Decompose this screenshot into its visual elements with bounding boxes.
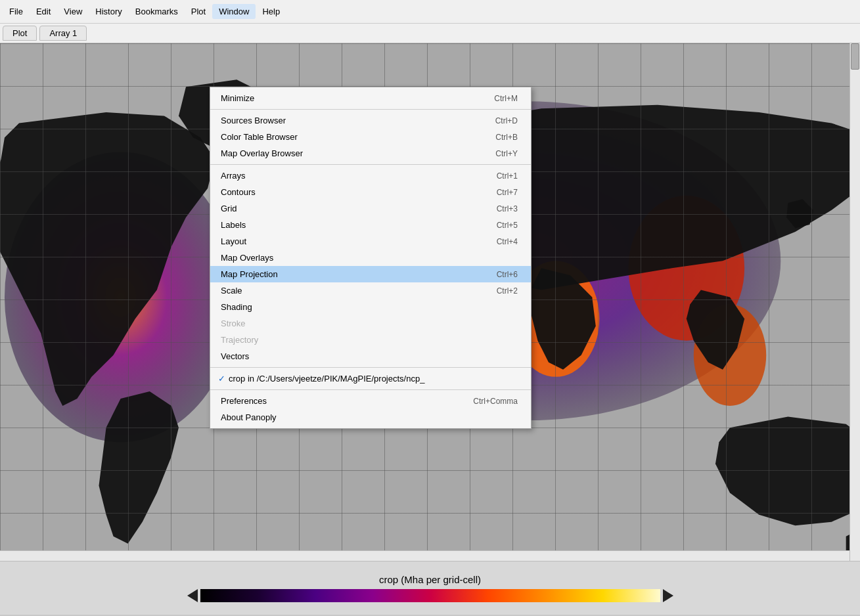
menu-item-shading[interactable]: Shading [210, 299, 531, 315]
tabbar: Plot Array 1 [0, 24, 860, 43]
menu-history[interactable]: History [89, 4, 128, 19]
separator-2 [210, 164, 531, 165]
menu-item-stroke: Stroke [210, 315, 531, 332]
menu-item-sources-browser[interactable]: Sources Browser Ctrl+D [210, 112, 531, 129]
menu-item-labels[interactable]: Labels Ctrl+5 [210, 217, 531, 233]
menu-view[interactable]: View [57, 4, 89, 19]
scrollbar-right[interactable] [849, 43, 860, 561]
menu-edit[interactable]: Edit [30, 4, 57, 19]
legend-arrow-left [187, 589, 198, 602]
legend-arrow-right [663, 589, 673, 602]
menu-item-contours[interactable]: Contours Ctrl+7 [210, 184, 531, 200]
scrollbar-thumb-right[interactable] [851, 43, 859, 70]
menu-bookmarks[interactable]: Bookmarks [129, 4, 185, 19]
separator-3 [210, 367, 531, 368]
menubar: File Edit View History Bookmarks Plot Wi… [0, 0, 860, 24]
menu-item-scale[interactable]: Scale Ctrl+2 [210, 282, 531, 299]
menu-item-map-overlay-browser[interactable]: Map Overlay Browser Ctrl+Y [210, 145, 531, 162]
menu-help[interactable]: Help [256, 4, 286, 19]
menu-item-layout[interactable]: Layout Ctrl+4 [210, 233, 531, 250]
menu-item-about-panoply[interactable]: About Panoply [210, 409, 531, 426]
menu-item-map-projection[interactable]: Map Projection Ctrl+6 [210, 266, 531, 282]
legend-gradient-row [187, 589, 673, 602]
menu-plot[interactable]: Plot [185, 4, 212, 19]
menu-item-minimize[interactable]: Minimize Ctrl+M [210, 90, 531, 106]
menu-item-grid[interactable]: Grid Ctrl+3 [210, 200, 531, 217]
menu-item-crop-file[interactable]: ✓ crop in /C:/Users/vjeetze/PIK/MAgPIE/p… [210, 370, 531, 387]
menu-item-preferences[interactable]: Preferences Ctrl+Comma [210, 393, 531, 409]
menu-file[interactable]: File [3, 4, 30, 19]
tab-plot[interactable]: Plot [3, 26, 37, 41]
main-area: crop (Mha per grid-cell) Minimize Ctrl+M [0, 43, 860, 615]
menu-item-map-overlays[interactable]: Map Overlays [210, 250, 531, 266]
separator-4 [210, 389, 531, 390]
legend-gradient [200, 589, 660, 602]
separator-1 [210, 109, 531, 110]
menu-window[interactable]: Window [212, 4, 256, 19]
menu-item-trajectory: Trajectory [210, 332, 531, 348]
menu-item-vectors[interactable]: Vectors [210, 348, 531, 364]
legend-bar: crop (Mha per grid-cell) [0, 561, 860, 615]
tab-array1[interactable]: Array 1 [39, 26, 87, 41]
menu-item-color-table-browser[interactable]: Color Table Browser Ctrl+B [210, 129, 531, 145]
scrollbar-bottom[interactable] [0, 550, 849, 561]
check-mark: ✓ [214, 374, 229, 384]
legend-title: crop (Mha per grid-cell) [379, 574, 481, 585]
menu-item-arrays[interactable]: Arrays Ctrl+1 [210, 167, 531, 184]
window-menu[interactable]: Minimize Ctrl+M Sources Browser Ctrl+D C… [210, 87, 532, 429]
